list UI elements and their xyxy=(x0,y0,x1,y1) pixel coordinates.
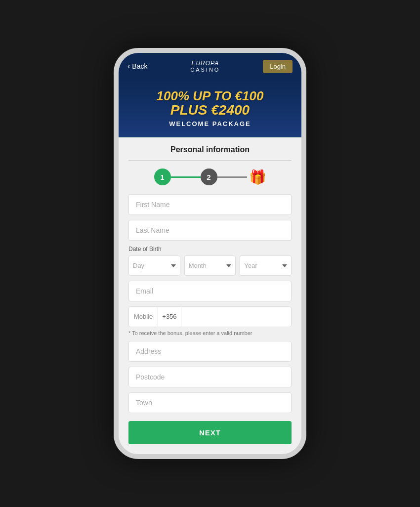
gift-icon: 🎁 xyxy=(249,169,266,185)
phone-frame: ‹ Back EUROPA CASINO Login 100% UP TO €1… xyxy=(114,48,306,459)
promo-banner: 100% UP TO €100 PLUS €2400 WELCOME PACKA… xyxy=(119,80,301,137)
address-input[interactable] xyxy=(128,341,292,362)
day-select[interactable]: Day xyxy=(128,255,180,276)
first-name-input[interactable] xyxy=(128,194,292,215)
logo: EUROPA CASINO xyxy=(190,60,220,73)
year-select[interactable]: Year xyxy=(240,255,292,276)
town-input[interactable] xyxy=(128,392,292,413)
step-2: 2 xyxy=(201,169,217,185)
mobile-code: +356 xyxy=(158,307,181,327)
last-name-input[interactable] xyxy=(128,220,292,241)
mobile-row: Mobile +356 xyxy=(128,306,292,327)
dob-label: Date of Birth xyxy=(128,246,292,253)
login-button[interactable]: Login xyxy=(263,60,293,73)
step-1: 1 xyxy=(154,169,171,185)
back-button[interactable]: ‹ Back xyxy=(127,62,147,71)
banner-line1: 100% UP TO €100 xyxy=(128,89,292,103)
email-input[interactable] xyxy=(128,281,292,301)
progress-line-1 xyxy=(171,176,201,178)
back-arrow-icon: ‹ xyxy=(127,62,130,71)
top-bar: ‹ Back EUROPA CASINO Login xyxy=(119,53,301,80)
mobile-label: Mobile xyxy=(129,307,158,327)
form-area: Personal information 1 2 🎁 Date of Birth xyxy=(119,137,301,454)
postcode-input[interactable] xyxy=(128,367,292,387)
divider xyxy=(128,160,292,161)
month-select[interactable]: Month xyxy=(184,255,236,276)
progress-line-2 xyxy=(217,176,247,178)
mobile-input[interactable] xyxy=(181,307,291,327)
progress-steps: 1 2 🎁 xyxy=(128,169,292,185)
next-button[interactable]: NEXT xyxy=(128,421,292,444)
section-title: Personal information xyxy=(128,145,292,154)
logo-top: EUROPA xyxy=(191,60,219,67)
banner-line2: PLUS €2400 xyxy=(128,103,292,118)
dob-row: Day Month Year xyxy=(128,255,292,276)
back-label: Back xyxy=(132,62,147,70)
banner-line3: WELCOME PACKAGE xyxy=(128,120,292,127)
logo-bottom: CASINO xyxy=(190,67,220,73)
mobile-bonus-note: * To receive the bonus, please enter a v… xyxy=(128,330,292,336)
